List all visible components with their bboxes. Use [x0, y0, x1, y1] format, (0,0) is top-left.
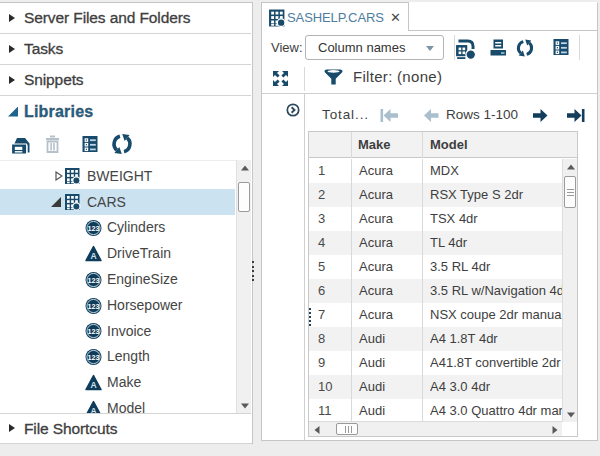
svg-text:A: A: [91, 406, 97, 413]
svg-text:123: 123: [88, 327, 100, 336]
svg-text:A: A: [91, 251, 97, 261]
svg-text:A: A: [91, 380, 97, 390]
svg-text:123: 123: [88, 353, 100, 362]
svg-text:123: 123: [88, 301, 100, 310]
svg-text:123: 123: [88, 276, 100, 285]
svg-text:123: 123: [88, 224, 100, 233]
